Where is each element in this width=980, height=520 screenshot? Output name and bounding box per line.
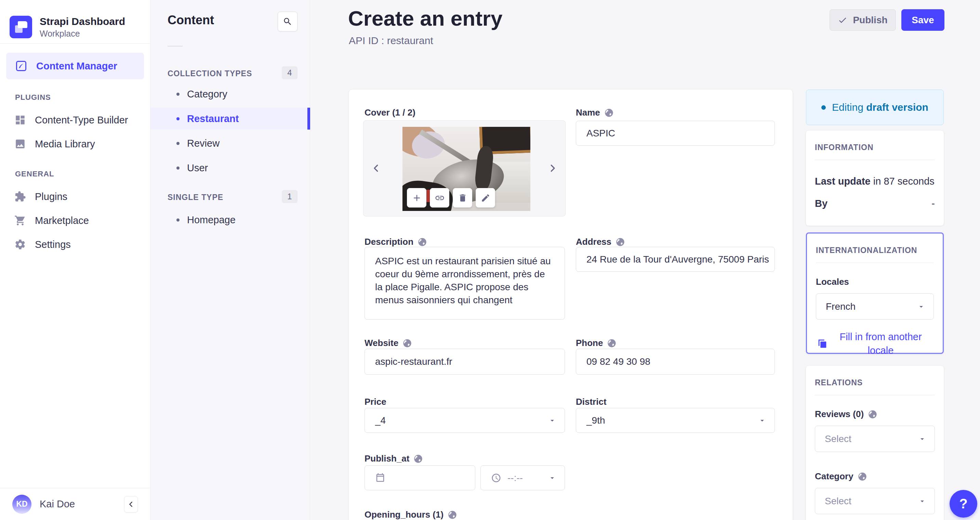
cover-carousel [363,120,566,216]
bullet-icon [177,142,180,145]
phone-input[interactable]: 09 82 49 30 98 [576,349,775,375]
sidebar-item-label: Media Library [35,138,95,150]
sidebar-item-media-library[interactable]: Media Library [0,132,150,156]
carousel-next-icon[interactable] [547,163,558,173]
link-icon [434,193,445,203]
sidebar-item-label: Settings [35,239,71,250]
carousel-prev-icon[interactable] [371,163,381,173]
main-sidebar: Strapi Dashboard Workplace Content Manag… [0,0,150,520]
search-button[interactable] [278,12,298,32]
divider [816,262,934,263]
internationalization-title: INTERNATIONALIZATION [816,246,934,255]
cart-icon [14,215,26,226]
sidebar-item-plugins[interactable]: Plugins [0,184,150,208]
sidebar-section-general: GENERAL Plugins Marketplace [0,170,150,256]
publish-at-date-input[interactable] [364,465,475,490]
save-button[interactable]: Save [901,9,945,31]
save-label: Save [912,15,934,25]
collection-types-count-badge: 4 [282,66,298,80]
sidebar-item-label: Content-Type Builder [35,114,128,126]
avatar[interactable]: KD [12,495,32,514]
subnav-item-label: User [187,162,208,174]
fill-from-locale-link[interactable]: Fill in from another locale [816,330,934,357]
collapse-sidebar-button[interactable] [124,496,138,512]
entry-form-card: Cover (1 / 2) [349,89,792,520]
chevron-down-icon [918,435,926,443]
divider [815,160,935,160]
app-title: Strapi Dashboard [40,15,125,28]
globe-icon [616,237,625,247]
relations-card: RELATIONS Reviews (0) Select Category Se… [806,366,944,520]
information-card: INFORMATION Last update in 87 seconds By… [806,130,944,226]
workspace-switcher[interactable]: Strapi Dashboard Workplace [0,0,150,44]
price-select[interactable]: _4 [364,408,565,433]
globe-icon [402,339,412,348]
section-label: GENERAL [0,170,150,178]
strapi-admin-screen: Strapi Dashboard Workplace Content Manag… [0,0,980,520]
name-input[interactable]: ASPIC [576,121,775,146]
price-field-label: Price [364,397,387,407]
sidebar-item-settings[interactable]: Settings [0,232,150,256]
publish-button[interactable]: Publish [830,9,896,31]
category-relation-select[interactable]: Select [815,488,935,514]
information-title: INFORMATION [815,143,935,152]
subnav-item-label: Restaurant [187,113,239,124]
copy-link-button[interactable] [430,188,449,208]
sidebar-item-label: Plugins [35,191,67,202]
add-asset-button[interactable] [407,188,426,208]
sidebar-item-content-manager[interactable]: Content Manager [6,52,144,80]
search-icon [283,17,292,26]
sidebar-item-marketplace[interactable]: Marketplace [0,208,150,232]
gear-icon [14,239,26,250]
single-type-count-badge: 1 [282,190,298,203]
image-icon [14,138,26,150]
subnav-item-review[interactable]: Review [150,132,310,154]
editing-draft-banner: Editing draft version [806,89,944,125]
globe-icon [448,510,457,520]
district-field-label: District [576,397,606,407]
globe-icon [417,237,427,247]
reviews-relation-label: Reviews (0) [815,409,935,420]
brand-text: Strapi Dashboard Workplace [40,15,125,39]
bullet-icon [177,167,180,170]
time-placeholder: --:-- [508,472,523,483]
divider [167,46,183,46]
subnav-item-user[interactable]: User [150,157,310,179]
address-input[interactable]: 24 Rue de la Tour d'Auvergne, 75009 Pari… [576,247,775,272]
subnav-item-restaurant[interactable]: Restaurant [150,108,310,130]
publish-at-time-select[interactable]: --:-- [480,465,565,490]
group-label-single-type: SINGLE TYPE [167,193,223,202]
chevron-down-icon [548,417,556,425]
sidebar-item-label: Content Manager [36,60,117,72]
globe-icon [604,108,614,118]
globe-icon [414,454,423,464]
phone-field-label: Phone [576,338,617,348]
subnav-item-homepage[interactable]: Homepage [150,209,310,231]
plus-icon [412,193,422,203]
delete-asset-button[interactable] [453,188,472,208]
api-id-subtitle: API ID : restaurant [349,35,433,46]
subnav-item-category[interactable]: Category [150,83,310,105]
cover-field-label: Cover (1 / 2) [364,107,415,118]
divider [815,395,935,395]
help-button[interactable]: ? [950,490,977,518]
subnav-item-label: Review [187,138,220,149]
subnav-title: Content [167,13,214,27]
subnav-item-label: Category [187,89,228,100]
edit-asset-button[interactable] [476,188,495,208]
locale-select[interactable]: French [816,293,934,320]
layout-grid-icon [14,114,26,126]
website-field-label: Website [364,338,412,348]
globe-icon [868,410,877,419]
sidebar-item-content-type-builder[interactable]: Content-Type Builder [0,108,150,132]
district-select[interactable]: _9th [576,408,775,433]
chevron-down-icon [548,474,556,482]
description-textarea[interactable]: ASPIC est un restaurant parisien situé a… [364,247,565,320]
page-title: Create an entry [348,6,502,30]
workspace-name: Workplace [40,29,125,39]
user-name: Kai Doe [40,498,75,510]
website-input[interactable]: aspic-restaurant.fr [364,349,565,375]
chevron-down-icon [917,302,925,311]
reviews-relation-select[interactable]: Select [815,426,935,452]
chevron-down-icon [758,417,766,425]
